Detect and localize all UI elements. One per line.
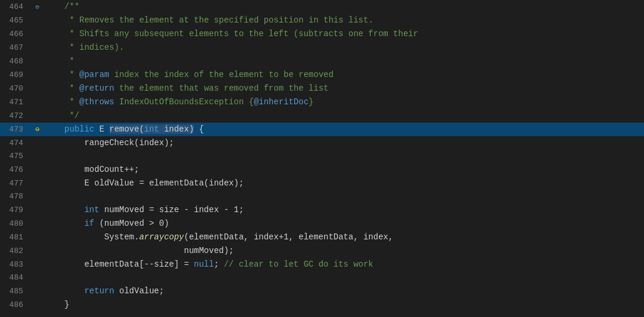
code-line-464: 464 ⊖ /**	[0, 0, 644, 14]
line-content-471: * @throws IndexOutOfBoundsException {@in…	[42, 95, 644, 108]
code-line-466: 466 * Shifts any subsequent elements to …	[0, 27, 644, 41]
line-number-474: 474	[0, 137, 33, 150]
line-number-473: 473	[0, 123, 33, 136]
code-line-469: 469 * @param index the index of the elem…	[0, 68, 644, 82]
line-number-482: 482	[0, 245, 33, 258]
code-line-485: 485 return oldValue;	[0, 284, 644, 298]
line-number-472: 472	[0, 110, 33, 123]
code-line-483: 483 elementData[--size] = null; // clear…	[0, 258, 644, 271]
line-content-486: }	[42, 298, 644, 311]
code-line-479: 479 int numMoved = size - index - 1;	[0, 203, 644, 217]
line-number-483: 483	[0, 258, 33, 271]
code-line-465: 465 * Removes the element at the specifi…	[0, 14, 644, 27]
line-content-477: E oldValue = elementData(index);	[42, 177, 644, 190]
code-line-472: 472 */	[0, 109, 644, 123]
code-editor: 464 ⊖ /** 465 * Removes the element at t…	[0, 0, 644, 317]
line-content-465: * Removes the element at the specified p…	[42, 14, 644, 27]
line-content-470: * @return the element that was removed f…	[42, 82, 644, 95]
code-line-470: 470 * @return the element that was remov…	[0, 82, 644, 95]
code-line-474: 474 rangeCheck(index);	[0, 136, 644, 150]
line-number-471: 471	[0, 96, 33, 109]
code-line-482: 482 numMoved);	[0, 244, 644, 258]
breakpoint-464: ⊖	[33, 1, 42, 14]
arrow-473: ⊖	[35, 123, 39, 136]
line-content-474: rangeCheck(index);	[42, 136, 644, 149]
code-line-481: 481 System.arraycopy(elementData, index+…	[0, 230, 644, 244]
line-number-478: 478	[0, 190, 33, 203]
line-number-485: 485	[0, 285, 33, 298]
code-line-468: 468 *	[0, 55, 644, 68]
code-line-475: 475	[0, 150, 644, 163]
line-content-468: *	[42, 55, 644, 68]
line-number-475: 475	[0, 150, 33, 163]
line-content-464: /**	[42, 0, 644, 13]
code-line-484: 484	[0, 271, 644, 284]
line-number-466: 466	[0, 28, 33, 41]
code-line-467: 467 * indices).	[0, 41, 644, 55]
line-number-480: 480	[0, 217, 33, 230]
line-number-484: 484	[0, 271, 33, 284]
line-content-483: elementData[--size] = null; // clear to …	[42, 258, 644, 271]
line-content-479: int numMoved = size - index - 1;	[42, 203, 644, 216]
line-number-479: 479	[0, 204, 33, 217]
line-number-467: 467	[0, 41, 33, 55]
line-number-481: 481	[0, 231, 33, 244]
collapse-464[interactable]: ⊖	[33, 1, 42, 14]
line-number-465: 465	[0, 14, 33, 27]
line-content-473: public E remove(int index) {	[42, 123, 644, 136]
code-line-471: 471 * @throws IndexOutOfBoundsException …	[0, 95, 644, 109]
line-number-476: 476	[0, 164, 33, 177]
line-number-470: 470	[0, 82, 33, 95]
code-line-486: 486 }	[0, 298, 644, 312]
line-number-464: 464	[0, 1, 33, 14]
line-content-467: * indices).	[42, 41, 644, 54]
line-number-486: 486	[0, 299, 33, 312]
line-number-468: 468	[0, 55, 33, 68]
code-line-478: 478	[0, 190, 644, 203]
line-content-469: * @param index the index of the element …	[42, 68, 644, 81]
code-line-476: 476 modCount++;	[0, 163, 644, 177]
code-line-477: 477 E oldValue = elementData(index);	[0, 177, 644, 190]
line-content-485: return oldValue;	[42, 284, 644, 297]
indicator-473: ⊖	[33, 123, 42, 136]
code-line-480: 480 if (numMoved > 0)	[0, 217, 644, 230]
line-number-477: 477	[0, 177, 33, 190]
line-content-481: System.arraycopy(elementData, index+1, e…	[42, 230, 644, 244]
code-line-473: 473 ⊖ public E remove(int index) {	[0, 123, 644, 136]
line-content-472: */	[42, 109, 644, 122]
line-content-480: if (numMoved > 0)	[42, 217, 644, 230]
line-content-482: numMoved);	[42, 244, 644, 257]
selected-text-473: remove(int index)	[109, 124, 194, 134]
line-number-469: 469	[0, 69, 33, 82]
line-content-476: modCount++;	[42, 163, 644, 176]
line-content-466: * Shifts any subsequent elements to the …	[42, 27, 644, 40]
